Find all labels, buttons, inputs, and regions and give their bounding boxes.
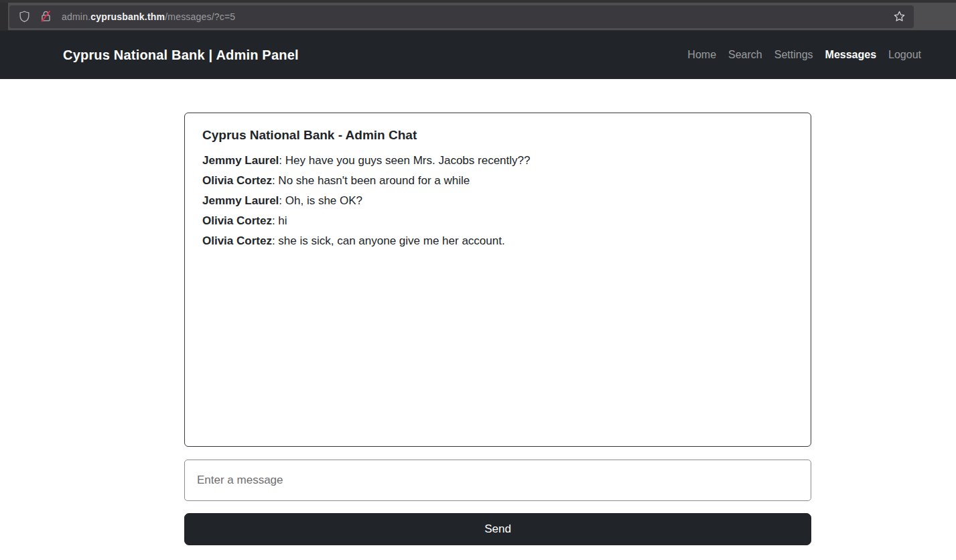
nav-link-settings[interactable]: Settings: [769, 44, 819, 66]
chat-message: Olivia Cortez: No she hasn't been around…: [202, 171, 793, 191]
nav-link-messages[interactable]: Messages: [820, 44, 882, 66]
browser-toolbar: admin.cyprusbank.thm/messages/?c=5: [0, 3, 956, 31]
chat-message: Olivia Cortez: hi: [202, 211, 793, 231]
window-left-edge: [0, 3, 8, 30]
message-input[interactable]: [184, 460, 811, 501]
brand-title[interactable]: Cyprus National Bank | Admin Panel: [63, 48, 299, 63]
message-text: : Hey have you guys seen Mrs. Jacobs rec…: [279, 154, 530, 167]
url-path: /messages/?c=5: [165, 11, 235, 22]
message-text: : No she hasn't been around for a while: [272, 174, 470, 187]
message-text: : she is sick, can anyone give me her ac…: [272, 234, 505, 247]
url-text: admin.cyprusbank.thm/messages/?c=5: [62, 11, 235, 22]
main-nav: Home Search Settings Messages Logout: [681, 44, 927, 66]
message-text: : Oh, is she OK?: [279, 194, 362, 207]
nav-link-home[interactable]: Home: [682, 44, 722, 66]
message-sender: Olivia Cortez: [202, 174, 272, 187]
shield-icon[interactable]: [16, 9, 32, 25]
message-text: : hi: [272, 214, 287, 227]
message-sender: Olivia Cortez: [202, 234, 272, 247]
site-header: Cyprus National Bank | Admin Panel Home …: [0, 31, 956, 79]
chat-message: Olivia Cortez: she is sick, can anyone g…: [202, 231, 793, 251]
url-domain: cyprusbank.thm: [90, 11, 165, 22]
message-sender: Jemmy Laurel: [202, 194, 279, 207]
message-sender: Olivia Cortez: [202, 214, 272, 227]
chat-message: Jemmy Laurel: Hey have you guys seen Mrs…: [202, 151, 793, 171]
nav-link-logout[interactable]: Logout: [883, 44, 927, 66]
nav-link-search[interactable]: Search: [723, 44, 768, 66]
chat-title: Cyprus National Bank - Admin Chat: [202, 128, 793, 143]
send-button[interactable]: Send: [184, 513, 811, 545]
address-bar[interactable]: admin.cyprusbank.thm/messages/?c=5: [9, 5, 914, 28]
insecure-lock-icon[interactable]: [38, 9, 54, 25]
message-sender: Jemmy Laurel: [202, 154, 279, 167]
bookmark-star-icon[interactable]: [891, 9, 907, 25]
url-subdomain: admin.: [62, 11, 90, 22]
chat-message: Jemmy Laurel: Oh, is she OK?: [202, 191, 793, 211]
admin-chat-card: Cyprus National Bank - Admin Chat Jemmy …: [184, 113, 811, 447]
